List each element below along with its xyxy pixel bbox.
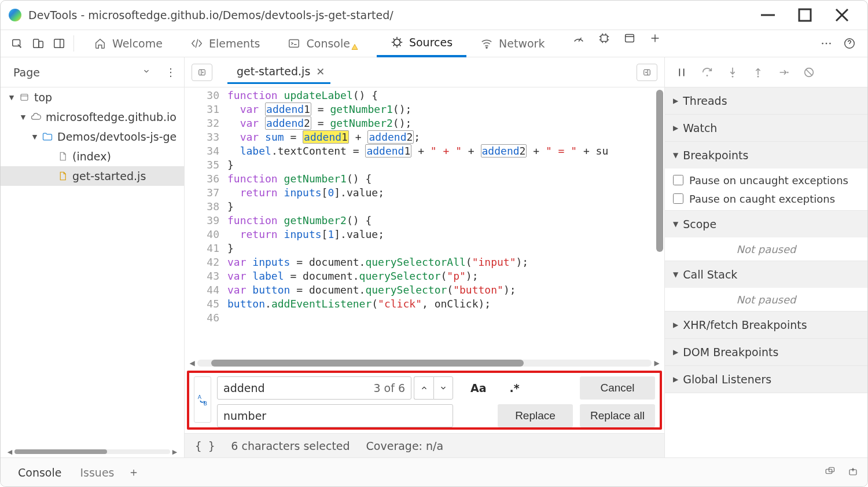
cancel-button[interactable]: Cancel <box>580 376 655 400</box>
step-into-button[interactable] <box>724 64 741 81</box>
document-icon <box>56 150 69 163</box>
step-out-button[interactable] <box>749 64 767 81</box>
minimize-button[interactable] <box>759 6 777 24</box>
tab-performance-icon[interactable] <box>570 30 587 47</box>
dock-side-icon[interactable] <box>50 35 68 52</box>
device-toolbar-icon[interactable] <box>30 35 47 52</box>
editor-pane: get-started.js ✕ 30313233343536373839404… <box>185 57 665 457</box>
pause-uncaught-checkbox[interactable]: Pause on uncaught exceptions <box>665 171 867 189</box>
section-global-listeners[interactable]: ▶Global Listeners <box>665 366 867 393</box>
svg-text:B: B <box>204 400 207 406</box>
section-scope[interactable]: ▼Scope <box>665 211 867 237</box>
pretty-print-icon[interactable]: { } <box>195 440 215 452</box>
drawer-collapse-icon[interactable] <box>847 466 859 479</box>
cloud-icon <box>30 111 42 123</box>
tab-application-icon[interactable] <box>621 30 638 47</box>
show-navigator-button[interactable] <box>192 64 212 81</box>
svg-point-10 <box>822 43 823 45</box>
maximize-button[interactable] <box>796 6 814 24</box>
svg-rect-8 <box>601 35 608 42</box>
selection-status: 6 characters selected <box>231 440 350 452</box>
close-button[interactable] <box>833 6 851 24</box>
main-toolbar: Welcome Elements Console Sources Network <box>1 30 867 57</box>
pause-caught-checkbox[interactable]: Pause on caught exceptions <box>665 189 867 208</box>
line-gutter: 3031323334353637383940414243444546 <box>185 87 227 358</box>
section-watch[interactable]: ▶Watch <box>665 115 867 141</box>
svg-point-6 <box>393 39 400 46</box>
navigator-more-icon[interactable]: ⋮ <box>163 66 178 78</box>
tab-memory-icon[interactable] <box>595 30 613 47</box>
debugger-pane: ▶Threads ▶Watch ▼Breakpoints Pause on un… <box>665 57 867 457</box>
section-dom-breakpoints[interactable]: ▶DOM Breakpoints <box>665 339 867 365</box>
file-tree: ▼ top ▼ microsoftedge.github.io ▼ Demos/… <box>1 87 184 449</box>
find-replace-bar: AB addend3 of 6 <box>187 371 662 430</box>
settings-menu-icon[interactable] <box>818 35 835 52</box>
drawer-expression-icon[interactable] <box>823 466 836 479</box>
drawer-tab-console[interactable]: Console <box>9 462 71 484</box>
section-breakpoints[interactable]: ▼Breakpoints <box>665 142 867 169</box>
tree-selected-file[interactable]: get-started.js <box>1 166 184 186</box>
step-button[interactable] <box>775 64 792 81</box>
tab-elements[interactable]: Elements <box>176 30 274 57</box>
tree-folder[interactable]: ▼ Demos/devtools-js-ge <box>1 127 184 147</box>
edge-devtools-icon <box>9 9 21 21</box>
replace-all-button[interactable]: Replace all <box>580 404 655 427</box>
inspect-element-icon[interactable] <box>9 35 26 52</box>
match-case-toggle[interactable]: Aa <box>470 382 487 394</box>
svg-point-11 <box>826 43 827 45</box>
help-icon[interactable] <box>841 35 858 52</box>
section-xhr-breakpoints[interactable]: ▶XHR/fetch Breakpoints <box>665 312 867 338</box>
regex-toggle[interactable]: .* <box>510 382 520 394</box>
section-call-stack[interactable]: ▼Call Stack <box>665 261 867 288</box>
svg-point-21 <box>757 75 759 77</box>
section-threads[interactable]: ▶Threads <box>665 87 867 114</box>
step-over-button[interactable] <box>698 64 716 81</box>
svg-point-19 <box>707 75 708 76</box>
svg-point-20 <box>732 75 734 77</box>
pause-button[interactable] <box>673 64 690 81</box>
svg-rect-3 <box>39 41 43 47</box>
svg-rect-2 <box>34 39 39 48</box>
svg-point-22 <box>787 71 789 73</box>
show-debugger-button[interactable] <box>637 64 657 81</box>
svg-rect-4 <box>54 39 64 48</box>
coverage-status: Coverage: n/a <box>366 440 444 452</box>
editor-hscroll[interactable]: ◀▶ <box>185 358 664 368</box>
code-editor[interactable]: 3031323334353637383940414243444546 funct… <box>185 87 664 358</box>
find-prev-button[interactable] <box>414 376 433 400</box>
folder-icon <box>41 130 54 143</box>
tab-console[interactable]: Console <box>274 30 376 57</box>
navigator-hscroll[interactable]: ◀▶ <box>5 449 179 454</box>
navigator-tab-page[interactable]: Page <box>13 66 40 79</box>
find-input[interactable]: addend3 of 6 <box>217 376 411 400</box>
deactivate-breakpoints-button[interactable] <box>800 64 818 81</box>
tree-index[interactable]: (index) <box>1 147 184 166</box>
svg-rect-5 <box>289 40 299 47</box>
callstack-status: Not paused <box>665 290 867 309</box>
close-tab-icon[interactable]: ✕ <box>316 65 325 78</box>
svg-point-7 <box>486 47 487 48</box>
code-content[interactable]: function updateLabel() { var addend1 = g… <box>227 87 664 358</box>
editor-vscroll[interactable] <box>655 87 664 358</box>
replace-input[interactable]: number <box>217 404 453 427</box>
svg-rect-0 <box>799 9 811 21</box>
find-next-button[interactable] <box>433 376 453 400</box>
more-tabs-button[interactable] <box>646 30 664 47</box>
window-title: DevTools - microsoftedge.github.io/Demos… <box>28 9 759 21</box>
drawer-add-tab-icon[interactable]: ＋ <box>128 464 139 480</box>
tab-network[interactable]: Network <box>466 30 558 57</box>
editor-statusbar: { } 6 characters selected Coverage: n/a <box>185 433 664 457</box>
svg-rect-9 <box>626 35 634 42</box>
file-tab-active[interactable]: get-started.js ✕ <box>227 61 330 84</box>
drawer-tab-issues[interactable]: Issues <box>71 462 123 484</box>
replace-button[interactable]: Replace <box>498 404 573 427</box>
tree-origin[interactable]: ▼ microsoftedge.github.io <box>1 107 184 127</box>
tree-top[interactable]: ▼ top <box>1 87 184 107</box>
svg-rect-14 <box>21 94 28 101</box>
title-bar: DevTools - microsoftedge.github.io/Demos… <box>1 1 867 30</box>
tab-welcome[interactable]: Welcome <box>80 30 176 57</box>
navigator-tabs-chevron-icon[interactable] <box>142 67 150 78</box>
js-file-icon <box>56 170 69 182</box>
tab-sources[interactable]: Sources <box>377 30 466 57</box>
toggle-replace-button[interactable]: AB <box>194 376 211 423</box>
